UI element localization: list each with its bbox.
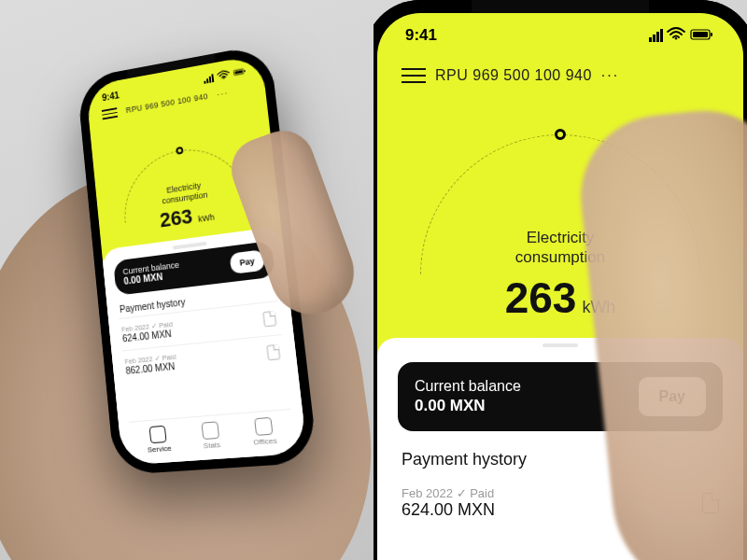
menu-icon[interactable]	[402, 68, 426, 83]
wifi-icon	[667, 26, 685, 45]
menu-icon[interactable]	[102, 107, 118, 119]
document-icon[interactable]	[262, 311, 276, 327]
cellular-icon	[649, 29, 663, 42]
cellular-icon	[204, 74, 215, 84]
svg-point-4	[675, 37, 677, 39]
photo-right: 9:41 RPU 969 500 100 940 ···	[374, 0, 747, 560]
gauge-dial	[119, 140, 250, 222]
status-indicators	[649, 26, 715, 45]
wifi-icon	[217, 69, 231, 82]
account-number[interactable]: RPU 969 500 100 940	[435, 67, 592, 84]
balance-label: Current balance	[415, 378, 521, 395]
tab-bar: Service Stats Offices	[129, 409, 295, 465]
consumption-unit: kWh	[198, 212, 216, 223]
svg-rect-7	[711, 33, 712, 36]
svg-rect-2	[234, 70, 243, 75]
svg-rect-3	[244, 70, 245, 72]
balance-card: Current balance 0.00 MXN Pay	[113, 240, 275, 295]
consumption-number: 263	[505, 273, 577, 323]
status-time: 9:41	[405, 26, 437, 45]
stats-icon	[201, 421, 219, 440]
photo-left: 9:41 RPU 969 500 100 940 ···	[0, 0, 374, 560]
document-icon[interactable]	[267, 344, 281, 360]
tab-stats[interactable]: Stats	[201, 421, 220, 450]
gauge-pointer	[555, 129, 566, 140]
more-icon[interactable]: ···	[601, 67, 619, 84]
status-bar: 9:41	[377, 13, 743, 50]
more-icon[interactable]: ···	[217, 88, 230, 99]
status-time: 9:41	[102, 90, 120, 103]
tab-service[interactable]: Service	[146, 425, 172, 454]
battery-icon	[233, 66, 247, 79]
svg-rect-6	[693, 32, 708, 37]
offices-icon	[254, 417, 273, 436]
service-icon	[149, 426, 167, 443]
app-header: RPU 969 500 100 940 ···	[377, 50, 743, 86]
battery-icon	[689, 26, 715, 45]
history-item-meta: Feb 2022 ✓ Paid	[402, 486, 495, 500]
balance-amount: 0.00 MXN	[415, 397, 521, 415]
svg-point-0	[223, 77, 225, 79]
history-item-amount: 624.00 MXN	[402, 500, 495, 520]
tab-offices[interactable]: Offices	[251, 417, 278, 447]
